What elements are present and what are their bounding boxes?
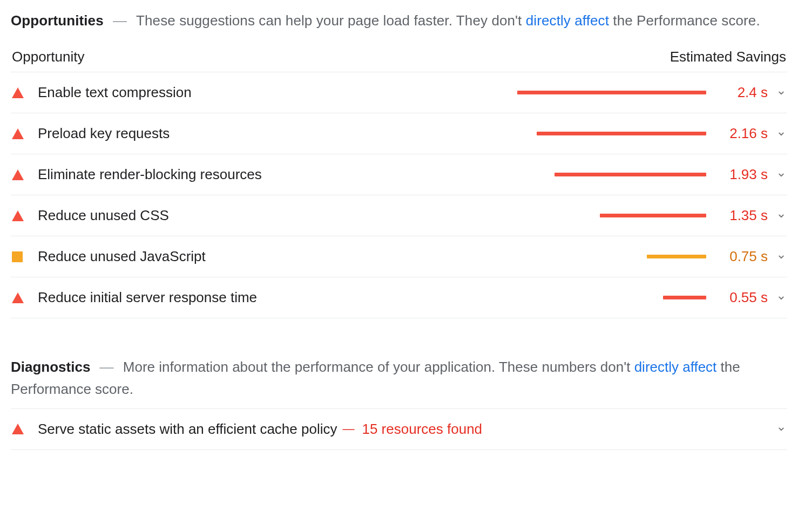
chevron-down-icon[interactable] (768, 211, 786, 221)
savings-bar-wrap (517, 173, 706, 176)
savings-bar (600, 214, 706, 217)
chevron-down-icon[interactable] (768, 129, 786, 139)
savings-bar (554, 173, 706, 176)
opportunity-row[interactable]: Reduce initial server response time0.55 … (11, 277, 787, 318)
opportunity-label: Preload key requests (38, 125, 170, 142)
svg-marker-2 (12, 169, 24, 180)
opportunities-title: Opportunities (11, 12, 104, 29)
audit-report: Opportunities — These suggestions can he… (0, 0, 798, 472)
section-gap (11, 318, 787, 356)
savings-value: 1.35 s (717, 207, 768, 224)
square-warn-icon (12, 251, 23, 262)
savings-bar-wrap (517, 296, 706, 299)
opportunity-row[interactable]: Enable text compression2.4 s (11, 72, 787, 113)
savings-bar-wrap (517, 91, 706, 94)
triangle-fail-icon (12, 169, 24, 180)
opportunity-row[interactable]: Preload key requests2.16 s (11, 113, 787, 154)
savings-bar-wrap (517, 214, 706, 217)
savings-value: 0.75 s (717, 248, 768, 265)
chevron-down-icon[interactable] (768, 293, 786, 303)
opportunities-header: Opportunities — These suggestions can he… (11, 10, 787, 31)
diagnostics-desc-pre: More information about the performance o… (123, 359, 634, 375)
savings-bar (663, 296, 706, 299)
svg-marker-5 (12, 424, 24, 434)
svg-marker-4 (12, 292, 24, 303)
opportunities-desc-pre: These suggestions can help your page loa… (136, 12, 526, 29)
dash: — (113, 12, 127, 29)
triangle-fail-icon (12, 128, 24, 139)
opportunities-list: Enable text compression2.4 sPreload key … (11, 72, 787, 318)
savings-value: 1.93 s (717, 166, 768, 183)
svg-marker-1 (12, 128, 24, 139)
opportunity-label: Reduce initial server response time (38, 289, 257, 306)
diagnostics-title: Diagnostics (11, 359, 90, 375)
svg-marker-0 (12, 87, 24, 98)
diagnostic-extra-dash: — (342, 422, 354, 436)
savings-bar (517, 91, 706, 94)
chevron-down-icon[interactable] (768, 88, 786, 98)
column-opportunity: Opportunity (12, 49, 84, 65)
savings-bar (647, 255, 706, 258)
savings-value: 0.55 s (717, 289, 768, 306)
dash: — (100, 359, 114, 375)
opportunity-label: Reduce unused CSS (38, 207, 169, 224)
opportunity-row[interactable]: Reduce unused JavaScript0.75 s (11, 236, 787, 277)
chevron-down-icon[interactable] (768, 252, 786, 262)
triangle-fail-icon (12, 424, 24, 434)
opportunity-label: Enable text compression (38, 84, 192, 101)
savings-bar (537, 132, 706, 135)
diagnostic-label: Serve static assets with an efficient ca… (38, 421, 337, 438)
diagnostic-row[interactable]: Serve static assets with an efficient ca… (11, 409, 787, 450)
opportunities-columns: Opportunity Estimated Savings (11, 49, 787, 72)
opportunity-row[interactable]: Eliminate render-blocking resources1.93 … (11, 154, 787, 195)
diagnostics-list: Serve static assets with an efficient ca… (11, 409, 787, 450)
diagnostics-header: Diagnostics — More information about the… (11, 356, 787, 409)
opportunity-row[interactable]: Reduce unused CSS1.35 s (11, 195, 787, 236)
opportunities-desc-post: the Performance score. (609, 12, 760, 29)
chevron-down-icon[interactable] (768, 424, 786, 434)
savings-bar-wrap (517, 255, 706, 258)
savings-value: 2.16 s (717, 125, 768, 142)
opportunities-desc-link[interactable]: directly affect (526, 12, 609, 29)
column-estimated-savings: Estimated Savings (670, 49, 786, 65)
triangle-fail-icon (12, 87, 24, 98)
triangle-fail-icon (12, 292, 24, 303)
opportunity-label: Reduce unused JavaScript (38, 248, 206, 265)
savings-value: 2.4 s (717, 84, 768, 101)
opportunity-label: Eliminate render-blocking resources (38, 166, 262, 183)
triangle-fail-icon (12, 210, 24, 221)
svg-marker-3 (12, 210, 24, 221)
diagnostic-extra: 15 resources found (362, 421, 482, 438)
diagnostics-desc-link[interactable]: directly affect (634, 359, 717, 375)
chevron-down-icon[interactable] (768, 170, 786, 180)
savings-bar-wrap (517, 132, 706, 135)
